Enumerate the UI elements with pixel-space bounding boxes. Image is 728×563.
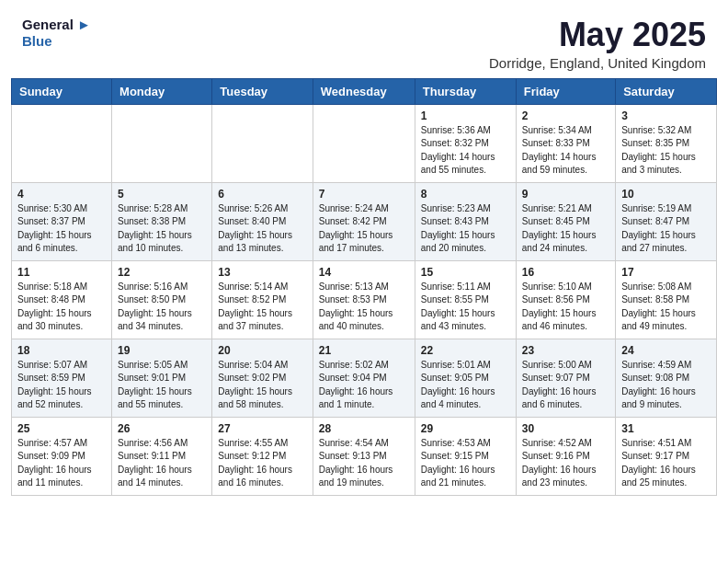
- cell-content: Sunrise: 5:28 AM Sunset: 8:38 PM Dayligh…: [118, 202, 206, 256]
- table-row: 21Sunrise: 5:02 AM Sunset: 9:04 PM Dayli…: [313, 339, 415, 417]
- cell-content: Sunrise: 4:53 AM Sunset: 9:15 PM Dayligh…: [421, 437, 510, 490]
- cell-content: Sunrise: 4:57 AM Sunset: 9:09 PM Dayligh…: [17, 437, 106, 490]
- day-number: 4: [17, 188, 106, 201]
- header-saturday: Saturday: [616, 78, 717, 104]
- calendar-week-row: 11Sunrise: 5:18 AM Sunset: 8:48 PM Dayli…: [12, 260, 717, 339]
- day-number: 28: [319, 422, 409, 435]
- table-row: 22Sunrise: 5:01 AM Sunset: 9:05 PM Dayli…: [415, 339, 516, 417]
- cell-content: Sunrise: 5:16 AM Sunset: 8:50 PM Dayligh…: [118, 281, 206, 334]
- day-number: 11: [17, 266, 106, 279]
- day-number: 7: [319, 188, 409, 201]
- table-row: 26Sunrise: 4:56 AM Sunset: 9:11 PM Dayli…: [112, 417, 212, 495]
- table-row: 28Sunrise: 4:54 AM Sunset: 9:13 PM Dayli…: [313, 417, 415, 495]
- table-row: 5Sunrise: 5:28 AM Sunset: 8:38 PM Daylig…: [112, 182, 212, 260]
- table-row: 11Sunrise: 5:18 AM Sunset: 8:48 PM Dayli…: [12, 260, 112, 339]
- header-wednesday: Wednesday: [313, 78, 415, 104]
- cell-content: Sunrise: 5:26 AM Sunset: 8:40 PM Dayligh…: [218, 202, 306, 256]
- header-sunday: Sunday: [12, 78, 112, 104]
- day-number: 5: [118, 188, 206, 201]
- cell-content: Sunrise: 4:56 AM Sunset: 9:11 PM Dayligh…: [118, 437, 206, 490]
- table-row: 3Sunrise: 5:32 AM Sunset: 8:35 PM Daylig…: [616, 104, 717, 182]
- calendar-table: Sunday Monday Tuesday Wednesday Thursday…: [11, 78, 717, 496]
- table-row: 24Sunrise: 4:59 AM Sunset: 9:08 PM Dayli…: [616, 339, 717, 417]
- table-row: 19Sunrise: 5:05 AM Sunset: 9:01 PM Dayli…: [112, 339, 212, 417]
- day-number: 1: [421, 109, 510, 122]
- cell-content: Sunrise: 5:32 AM Sunset: 8:35 PM Dayligh…: [621, 124, 711, 178]
- header-tuesday: Tuesday: [212, 78, 313, 104]
- table-row: [112, 104, 212, 182]
- cell-content: Sunrise: 5:04 AM Sunset: 9:02 PM Dayligh…: [218, 359, 306, 412]
- day-number: 20: [218, 344, 306, 357]
- table-row: [12, 104, 112, 182]
- table-row: 16Sunrise: 5:10 AM Sunset: 8:56 PM Dayli…: [516, 260, 615, 339]
- day-number: 16: [522, 266, 609, 279]
- cell-content: Sunrise: 5:07 AM Sunset: 8:59 PM Dayligh…: [17, 359, 106, 412]
- day-number: 15: [421, 266, 510, 279]
- cell-content: Sunrise: 5:24 AM Sunset: 8:42 PM Dayligh…: [319, 202, 409, 256]
- day-number: 8: [421, 188, 510, 201]
- cell-content: Sunrise: 4:52 AM Sunset: 9:16 PM Dayligh…: [522, 437, 609, 490]
- day-number: 26: [118, 422, 206, 435]
- header-thursday: Thursday: [415, 78, 516, 104]
- table-row: 18Sunrise: 5:07 AM Sunset: 8:59 PM Dayli…: [12, 339, 112, 417]
- day-number: 22: [421, 344, 510, 357]
- table-row: 4Sunrise: 5:30 AM Sunset: 8:37 PM Daylig…: [12, 182, 112, 260]
- day-number: 9: [522, 188, 609, 201]
- cell-content: Sunrise: 5:23 AM Sunset: 8:43 PM Dayligh…: [421, 202, 510, 256]
- day-number: 18: [17, 344, 106, 357]
- table-row: 1Sunrise: 5:36 AM Sunset: 8:32 PM Daylig…: [415, 104, 516, 182]
- day-number: 24: [621, 344, 711, 357]
- table-row: 9Sunrise: 5:21 AM Sunset: 8:45 PM Daylig…: [516, 182, 615, 260]
- day-number: 13: [218, 266, 306, 279]
- day-number: 29: [421, 422, 510, 435]
- header-monday: Monday: [112, 78, 212, 104]
- cell-content: Sunrise: 5:05 AM Sunset: 9:01 PM Dayligh…: [118, 359, 206, 412]
- table-row: 27Sunrise: 4:55 AM Sunset: 9:12 PM Dayli…: [212, 417, 313, 495]
- table-row: [212, 104, 313, 182]
- day-number: 3: [621, 109, 711, 122]
- calendar-week-row: 25Sunrise: 4:57 AM Sunset: 9:09 PM Dayli…: [12, 417, 717, 495]
- day-number: 19: [118, 344, 206, 357]
- table-row: 14Sunrise: 5:13 AM Sunset: 8:53 PM Dayli…: [313, 260, 415, 339]
- table-row: 6Sunrise: 5:26 AM Sunset: 8:40 PM Daylig…: [212, 182, 313, 260]
- table-row: 15Sunrise: 5:11 AM Sunset: 8:55 PM Dayli…: [415, 260, 516, 339]
- logo: General ► Blue: [22, 17, 91, 50]
- day-number: 10: [621, 188, 711, 201]
- day-number: 17: [621, 266, 711, 279]
- calendar-week-row: 4Sunrise: 5:30 AM Sunset: 8:37 PM Daylig…: [12, 182, 717, 260]
- table-row: 2Sunrise: 5:34 AM Sunset: 8:33 PM Daylig…: [516, 104, 615, 182]
- table-row: 30Sunrise: 4:52 AM Sunset: 9:16 PM Dayli…: [516, 417, 615, 495]
- cell-content: Sunrise: 5:18 AM Sunset: 8:48 PM Dayligh…: [17, 281, 106, 334]
- location: Dorridge, England, United Kingdom: [489, 55, 706, 71]
- cell-content: Sunrise: 5:34 AM Sunset: 8:33 PM Dayligh…: [522, 124, 609, 178]
- table-row: 29Sunrise: 4:53 AM Sunset: 9:15 PM Dayli…: [415, 417, 516, 495]
- cell-content: Sunrise: 5:30 AM Sunset: 8:37 PM Dayligh…: [17, 202, 106, 256]
- table-row: 8Sunrise: 5:23 AM Sunset: 8:43 PM Daylig…: [415, 182, 516, 260]
- cell-content: Sunrise: 5:36 AM Sunset: 8:32 PM Dayligh…: [421, 124, 510, 178]
- calendar-week-row: 18Sunrise: 5:07 AM Sunset: 8:59 PM Dayli…: [12, 339, 717, 417]
- calendar-week-row: 1Sunrise: 5:36 AM Sunset: 8:32 PM Daylig…: [12, 104, 717, 182]
- table-row: [313, 104, 415, 182]
- table-row: 7Sunrise: 5:24 AM Sunset: 8:42 PM Daylig…: [313, 182, 415, 260]
- table-row: 31Sunrise: 4:51 AM Sunset: 9:17 PM Dayli…: [616, 417, 717, 495]
- cell-content: Sunrise: 5:02 AM Sunset: 9:04 PM Dayligh…: [319, 359, 409, 412]
- table-row: 20Sunrise: 5:04 AM Sunset: 9:02 PM Dayli…: [212, 339, 313, 417]
- header-friday: Friday: [516, 78, 615, 104]
- cell-content: Sunrise: 5:01 AM Sunset: 9:05 PM Dayligh…: [421, 359, 510, 412]
- table-row: 10Sunrise: 5:19 AM Sunset: 8:47 PM Dayli…: [616, 182, 717, 260]
- day-number: 25: [17, 422, 106, 435]
- day-number: 12: [118, 266, 206, 279]
- table-row: 25Sunrise: 4:57 AM Sunset: 9:09 PM Dayli…: [12, 417, 112, 495]
- day-number: 23: [522, 344, 609, 357]
- table-row: 23Sunrise: 5:00 AM Sunset: 9:07 PM Dayli…: [516, 339, 615, 417]
- day-number: 6: [218, 188, 306, 201]
- day-number: 27: [218, 422, 306, 435]
- calendar-body: 1Sunrise: 5:36 AM Sunset: 8:32 PM Daylig…: [12, 104, 717, 495]
- cell-content: Sunrise: 5:08 AM Sunset: 8:58 PM Dayligh…: [621, 281, 711, 334]
- cell-content: Sunrise: 5:21 AM Sunset: 8:45 PM Dayligh…: [522, 202, 609, 256]
- cell-content: Sunrise: 5:14 AM Sunset: 8:52 PM Dayligh…: [218, 281, 306, 334]
- calendar-wrap: Sunday Monday Tuesday Wednesday Thursday…: [0, 78, 728, 507]
- cell-content: Sunrise: 4:59 AM Sunset: 9:08 PM Dayligh…: [621, 359, 711, 412]
- day-number: 21: [319, 344, 409, 357]
- title-block: May 2025 Dorridge, England, United Kingd…: [489, 17, 706, 71]
